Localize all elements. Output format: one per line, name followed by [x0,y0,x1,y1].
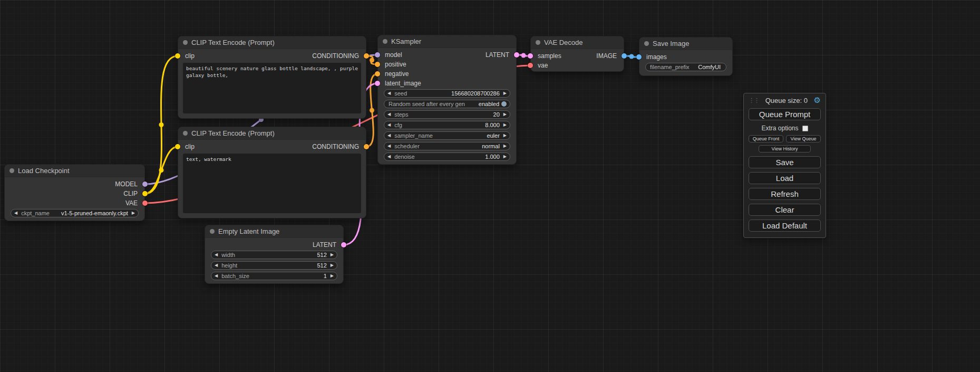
increment-icon[interactable]: ▶ [331,274,334,278]
increment-icon[interactable]: ▶ [331,253,334,257]
collapse-dot[interactable] [9,168,14,173]
extra-options-checkbox[interactable] [802,126,808,131]
increment-icon[interactable]: ▶ [503,133,507,138]
clip-output-port[interactable] [142,191,148,196]
widget-value: enabled [479,101,499,107]
node-load-checkpoint[interactable]: Load Checkpoint MODEL CLIP VAE ◀ ckpt_na… [4,164,145,221]
collapse-dot[interactable] [183,131,188,136]
widget-value: ComfyUI [698,64,721,70]
node-title-bar[interactable]: CLIP Text Encode (Prompt) [178,36,366,49]
decrement-icon[interactable]: ◀ [387,91,391,96]
latent-output-port[interactable] [514,52,519,58]
node-title-bar[interactable]: Save Image [639,37,732,50]
clip-input-port[interactable] [175,144,180,149]
decrement-icon[interactable]: ◀ [215,263,218,268]
collapse-dot[interactable] [644,41,649,46]
node-clip-text-encode-negative[interactable]: CLIP Text Encode (Prompt) clip CONDITION… [178,127,366,218]
drag-handle-icon[interactable]: ⋮⋮ [749,98,759,103]
conditioning-output-port[interactable] [364,144,369,149]
node-title-bar[interactable]: Empty Latent Image [205,225,343,238]
decrement-icon[interactable]: ◀ [387,133,391,138]
widget-label: steps [394,111,408,118]
cfg-widget[interactable]: ◀ cfg 8.000 ▶ [384,121,510,129]
port-row-clip-conditioning: clip CONDITIONING [178,142,366,151]
image-output-port[interactable] [622,53,627,59]
random-seed-widget[interactable]: Random seed after every gen enabled [384,100,510,108]
input-row-images: images [639,52,732,62]
save-button[interactable]: Save [749,156,821,168]
port-label: clip [185,52,195,60]
queue-front-button[interactable]: Queue Front [749,135,783,142]
widget-value: 20 [493,111,500,118]
widget-label: seed [394,90,407,97]
node-empty-latent-image[interactable]: Empty Latent Image LATENT ◀ width 512 ▶ … [205,225,344,284]
decrement-icon[interactable]: ◀ [215,253,218,257]
model-output-port[interactable] [142,182,148,187]
queue-prompt-button[interactable]: Queue Prompt [749,108,821,120]
port-label: IMAGE [596,52,617,60]
scheduler-widget[interactable]: ◀ scheduler normal ▶ [384,142,510,150]
decrement-icon[interactable]: ◀ [387,123,391,127]
view-queue-button[interactable]: View Queue [786,135,821,142]
node-ksampler[interactable]: KSampler model LATENT positive negative … [377,35,517,165]
decrement-icon[interactable]: ◀ [387,155,391,159]
node-clip-text-encode-positive[interactable]: CLIP Text Encode (Prompt) clip CONDITION… [178,36,366,119]
clip-input-port[interactable] [175,53,180,59]
negative-input-port[interactable] [375,71,380,77]
random-seed-toggle-dot[interactable] [501,101,507,107]
increment-icon[interactable]: ▶ [503,123,507,127]
decrement-icon[interactable]: ◀ [387,112,391,117]
load-default-button[interactable]: Load Default [749,220,821,232]
increment-icon[interactable]: ▶ [503,144,507,148]
node-save-image[interactable]: Save Image images filename_prefix ComfyU… [639,37,733,76]
conditioning-output-port[interactable] [364,53,369,59]
sampler-name-widget[interactable]: ◀ sampler_name euler ▶ [384,131,510,140]
decrement-icon[interactable]: ◀ [387,144,391,148]
node-title-bar[interactable]: CLIP Text Encode (Prompt) [178,127,366,140]
widget-value: 8.000 [485,122,500,128]
samples-input-port[interactable] [528,53,533,59]
collapse-dot[interactable] [536,40,540,45]
clear-button[interactable]: Clear [749,204,821,216]
port-label: CONDITIONING [312,52,359,60]
node-title-bar[interactable]: VAE Decode [531,36,624,49]
ckpt-name-widget[interactable]: ◀ ckpt_name v1-5-pruned-emaonly.ckpt ▶ [11,209,139,217]
filename-prefix-widget[interactable]: filename_prefix ComfyUI [645,63,726,71]
collapse-dot[interactable] [210,229,215,234]
vae-input-port[interactable] [528,63,533,68]
refresh-button[interactable]: Refresh [749,188,821,200]
latent-output-port[interactable] [341,242,346,247]
width-widget[interactable]: ◀ width 512 ▶ [211,251,337,259]
positive-input-port[interactable] [375,62,380,67]
denoise-widget[interactable]: ◀ denoise 1.000 ▶ [384,152,510,161]
load-button[interactable]: Load [749,172,821,184]
model-input-port[interactable] [375,52,380,58]
port-label: positive [385,61,406,68]
latent-image-input-port[interactable] [375,81,380,86]
prompt-textarea[interactable]: beautiful scenery nature glass bottle la… [183,63,361,113]
increment-icon[interactable]: ▶ [503,112,507,117]
collapse-dot[interactable] [183,40,188,45]
batch-size-widget[interactable]: ◀ batch_size 1 ▶ [211,272,337,280]
node-title-bar[interactable]: Load Checkpoint [5,165,144,177]
decrement-icon[interactable]: ◀ [14,211,17,215]
steps-widget[interactable]: ◀ steps 20 ▶ [384,110,510,119]
increment-icon[interactable]: ▶ [132,211,135,215]
increment-icon[interactable]: ▶ [331,263,334,268]
node-title: CLIP Text Encode (Prompt) [191,129,275,137]
seed-widget[interactable]: ◀ seed 156680208700286 ▶ [384,89,510,98]
increment-icon[interactable]: ▶ [503,91,507,96]
decrement-icon[interactable]: ◀ [215,274,218,278]
height-widget[interactable]: ◀ height 512 ▶ [211,261,337,270]
collapse-dot[interactable] [383,39,387,44]
settings-gear-icon[interactable]: ⚙ [814,97,821,104]
vae-output-port[interactable] [142,201,148,206]
images-input-port[interactable] [636,54,642,60]
graph-canvas[interactable]: Load Checkpoint MODEL CLIP VAE ◀ ckpt_na… [0,0,980,372]
node-vae-decode[interactable]: VAE Decode samples IMAGE vae [530,36,624,72]
node-title-bar[interactable]: KSampler [378,35,516,48]
port-label: CONDITIONING [312,143,359,150]
prompt-textarea[interactable]: text, watermark [183,154,361,213]
increment-icon[interactable]: ▶ [503,155,507,159]
view-history-button[interactable]: View History [759,145,811,152]
